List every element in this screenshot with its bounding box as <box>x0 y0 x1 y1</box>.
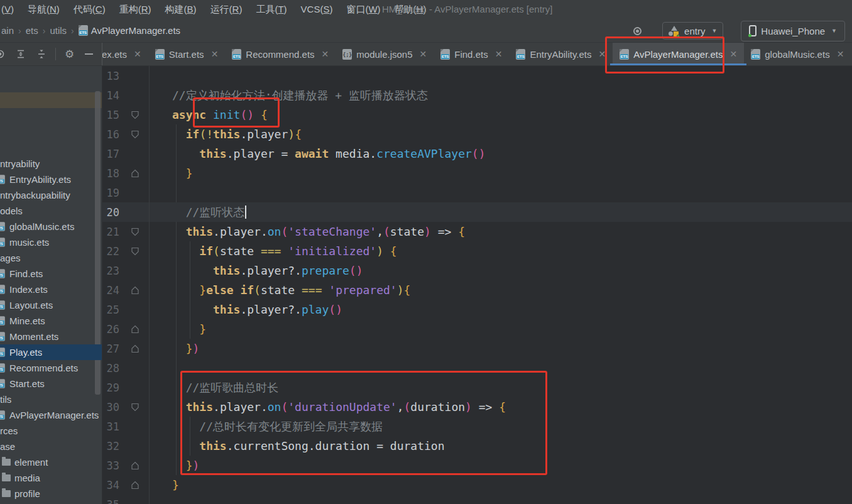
tab-AvPlayerManager.ets[interactable]: ETSAvPlayerManager.ets✕ <box>613 43 744 65</box>
tree-item-Layout.ets[interactable]: TSLayout.ets <box>0 297 102 313</box>
code-line-18[interactable]: 18 } <box>102 163 852 183</box>
tree-item-Start.ets[interactable]: TSStart.ets <box>0 376 102 392</box>
locate-target-icon[interactable] <box>633 27 642 35</box>
fold-marker-down-icon[interactable] <box>131 129 139 139</box>
tree-item-globalMusic.ets[interactable]: TSglobalMusic.ets <box>0 219 102 234</box>
menu-item-导航N[interactable]: 导航(N) <box>21 0 67 19</box>
tab-module.json5[interactable]: {;}module.json5✕ <box>336 43 434 65</box>
menu-item-构建B[interactable]: 构建(B) <box>158 0 204 19</box>
menu-item-运行R[interactable]: 运行(R) <box>204 0 249 19</box>
close-tab-icon[interactable]: ✕ <box>322 49 329 59</box>
close-tab-icon[interactable]: ✕ <box>598 49 606 59</box>
tree-item-ages[interactable]: ages <box>0 250 102 266</box>
menu-item-代码C[interactable]: 代码(C) <box>67 0 112 19</box>
code-line-19[interactable]: 19 <box>102 183 852 202</box>
close-tab-icon[interactable]: ✕ <box>134 49 141 59</box>
module-select[interactable]: entry ▼ <box>662 22 723 40</box>
fold-marker-down-icon[interactable] <box>131 402 139 412</box>
code-line-27[interactable]: 27 }) <box>102 339 852 358</box>
close-tab-icon[interactable]: ✕ <box>730 49 738 59</box>
close-tab-icon[interactable]: ✕ <box>420 49 427 59</box>
code-editor[interactable]: 1314//定义初始化方法:创建播放器 + 监听播放器状态15async ini… <box>102 66 852 504</box>
code-line-35[interactable]: 35 <box>102 495 852 504</box>
fold-marker-up-icon[interactable] <box>131 344 139 353</box>
tree-item-rces[interactable]: rces <box>0 423 102 439</box>
code-line-20[interactable]: 20 //监听状态 <box>102 202 852 222</box>
menu-item-cut[interactable]: (V) <box>0 0 21 19</box>
tree-item-ntryability[interactable]: ntryability <box>0 156 102 172</box>
fold-marker-down-icon[interactable] <box>131 246 139 256</box>
tree-item-profile[interactable]: profile <box>0 486 102 501</box>
locate-opened-file-icon[interactable] <box>0 49 5 59</box>
code-line-33[interactable]: 33 }) <box>102 456 852 475</box>
fold-marker-up-icon[interactable] <box>131 480 139 490</box>
tree-item-Find.ets[interactable]: TSFind.ets <box>0 266 102 282</box>
close-tab-icon[interactable]: ✕ <box>837 49 844 59</box>
close-tab-icon[interactable]: ✕ <box>211 49 219 59</box>
code-line-34[interactable]: 34} <box>102 475 852 495</box>
tree-item-EntryAbility.ets[interactable]: TSEntryAbility.ets <box>0 172 102 187</box>
code-line-13[interactable]: 13 <box>102 66 852 85</box>
code-line-26[interactable]: 26 } <box>102 319 852 339</box>
breadcrumb-item-file[interactable]: ETSAvPlayerManager.ets <box>79 25 180 36</box>
device-select[interactable]: Huawei_Phone ▼ <box>741 21 845 41</box>
code-line-21[interactable]: 21 this.player.on('stateChange',(state) … <box>102 222 852 241</box>
code-line-32[interactable]: 32 this.currentSong.duration = duration <box>102 436 852 456</box>
tab-ex.ets[interactable]: ex.ets✕ <box>102 43 148 65</box>
code-line-30[interactable]: 30 this.player.on('durationUpdate',(dura… <box>102 397 852 417</box>
breadcrumb-item-ain[interactable]: ain <box>1 25 14 36</box>
code-line-16[interactable]: 16 if(!this.player){ <box>102 124 852 144</box>
fold-marker-down-icon[interactable] <box>131 227 139 236</box>
tree-item-Recommend.ets[interactable]: TSRecommend.ets <box>0 360 102 376</box>
menu-item-工具T[interactable]: 工具(T) <box>249 0 293 19</box>
tree-item-Moment.ets[interactable]: TSMoment.ets <box>0 329 102 344</box>
menu-item-VCSS[interactable]: VCS(S) <box>294 0 340 19</box>
tab-Find.ets[interactable]: ETSFind.ets✕ <box>434 43 509 65</box>
fold-marker-down-icon[interactable] <box>131 110 139 119</box>
hide-panel-icon[interactable] <box>85 53 93 55</box>
fold-marker-up-icon[interactable] <box>131 168 139 178</box>
code-text: this.currentSong.duration = duration <box>149 436 852 456</box>
tab-Recommend.ets[interactable]: ETSRecommend.ets✕ <box>225 43 336 65</box>
fold-marker-up-icon[interactable] <box>131 324 139 334</box>
token <box>172 439 199 452</box>
tree-item-element[interactable]: element <box>0 454 102 470</box>
tab-EntryAbility.ets[interactable]: ETSEntryAbility.ets✕ <box>509 43 613 65</box>
tree-item-music.ets[interactable]: TSmusic.ets <box>0 234 102 250</box>
code-line-24[interactable]: 24 }else if(state === 'prepared'){ <box>102 280 852 300</box>
expand-all-icon[interactable] <box>16 49 26 59</box>
tree-item-Mine.ets[interactable]: TSMine.ets <box>0 313 102 329</box>
token <box>234 283 241 297</box>
ets-file-icon: TS <box>0 222 5 231</box>
tree-item-tils[interactable]: tils <box>0 392 102 407</box>
token <box>172 303 213 316</box>
breadcrumb-item-ets[interactable]: ets <box>26 25 38 36</box>
code-line-31[interactable]: 31 //总时长有变化更新到全局共享数据 <box>102 417 852 436</box>
collapse-all-icon[interactable] <box>36 49 46 59</box>
tree-item-media[interactable]: media <box>0 470 102 486</box>
close-tab-icon[interactable]: ✕ <box>495 49 503 59</box>
menu-item-窗口W[interactable]: 窗口(W) <box>339 0 387 19</box>
tree-item-ase[interactable]: ase <box>0 439 102 454</box>
tree-item-AvPlayerManager.ets[interactable]: TSAvPlayerManager.ets <box>0 407 102 423</box>
tree-item-odels[interactable]: odels <box>0 203 102 219</box>
tree-item-label: profile <box>14 488 40 499</box>
menu-item-重构R[interactable]: 重构(R) <box>112 0 158 19</box>
fold-marker-up-icon[interactable] <box>131 285 139 295</box>
settings-gear-icon[interactable]: ⚙ <box>65 49 74 60</box>
code-line-29[interactable]: 29 //监听歌曲总时长 <box>102 378 852 397</box>
code-line-22[interactable]: 22 if(state === 'initialized') { <box>102 241 852 261</box>
code-line-17[interactable]: 17 this.player = await media.createAVPla… <box>102 144 852 163</box>
code-line-23[interactable]: 23 this.player?.prepare() <box>102 261 852 280</box>
fold-marker-up-icon[interactable] <box>131 461 139 470</box>
tree-item-ntrybackupability[interactable]: ntrybackupability <box>0 187 102 203</box>
code-line-14[interactable]: 14//定义初始化方法:创建播放器 + 监听播放器状态 <box>102 85 852 105</box>
tab-globalMusic.ets[interactable]: ETSglobalMusic.ets✕ <box>744 43 851 65</box>
code-line-15[interactable]: 15async init() { <box>102 105 852 124</box>
breadcrumb-item-utils[interactable]: utils <box>50 25 67 36</box>
tree-item-Play.ets[interactable]: TSPlay.ets <box>0 344 102 360</box>
code-line-28[interactable]: 28 <box>102 358 852 378</box>
tree-item-Index.ets[interactable]: TSIndex.ets <box>0 282 102 297</box>
code-line-25[interactable]: 25 this.player?.play() <box>102 300 852 319</box>
tab-Start.ets[interactable]: ETSStart.ets✕ <box>148 43 226 65</box>
